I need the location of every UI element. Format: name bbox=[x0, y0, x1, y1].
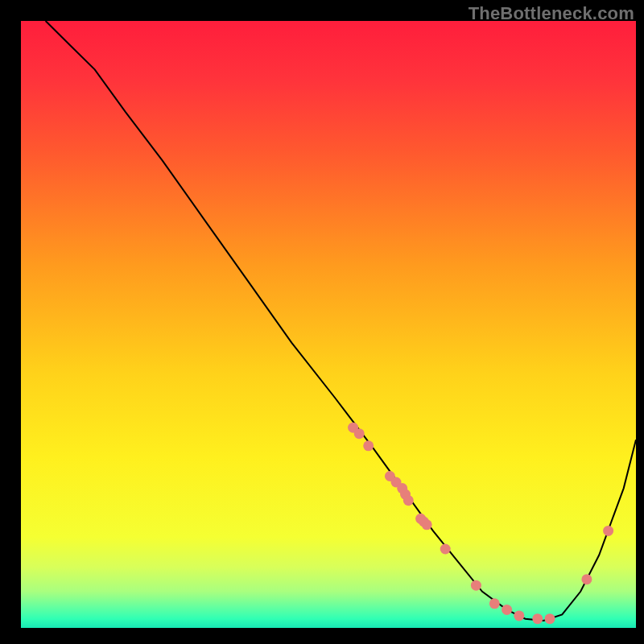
data-point bbox=[514, 610, 524, 621]
data-point bbox=[440, 544, 451, 555]
bottleneck-chart bbox=[0, 0, 644, 644]
data-point bbox=[581, 574, 592, 584]
data-point bbox=[603, 526, 613, 536]
data-point bbox=[403, 495, 414, 506]
data-point bbox=[363, 440, 374, 451]
data-point bbox=[532, 613, 543, 624]
data-point bbox=[545, 613, 555, 624]
data-point bbox=[422, 519, 432, 530]
data-point bbox=[489, 598, 500, 609]
watermark-text: TheBottleneck.com bbox=[469, 3, 634, 24]
chart-background bbox=[21, 21, 636, 628]
data-point bbox=[471, 580, 481, 591]
data-point bbox=[502, 605, 512, 615]
data-point bbox=[354, 428, 365, 439]
